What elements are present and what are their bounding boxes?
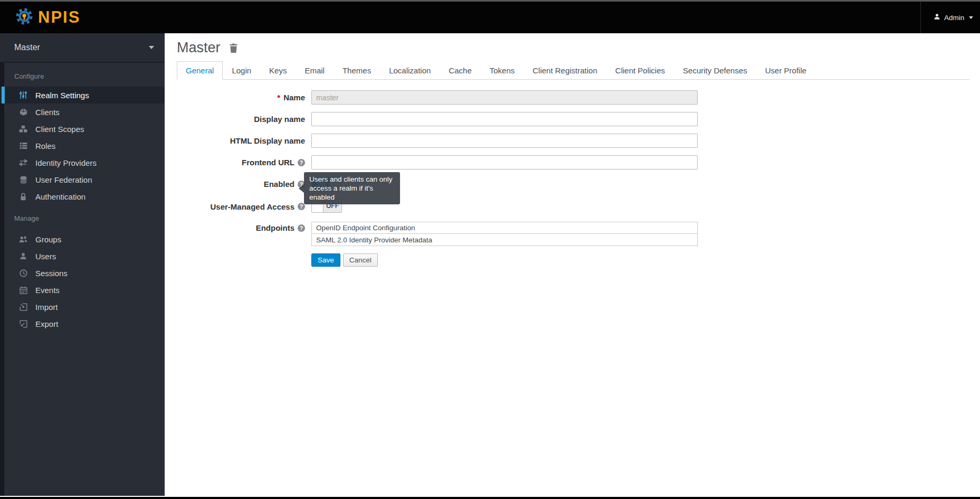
frontend-url-input[interactable] (311, 155, 698, 170)
name-input[interactable] (311, 90, 698, 105)
top-navbar: NPIS Admin (0, 0, 980, 33)
sidebar-nav: ConfigureRealm SettingsClientsClient Sco… (0, 72, 165, 332)
html-display-name-input[interactable] (311, 134, 698, 148)
sidebar-item-sessions[interactable]: Sessions (0, 265, 165, 281)
form-row-enabled: Enabled ? ON Users and clients can only … (177, 177, 969, 191)
lock-icon (19, 192, 27, 201)
tab-cache[interactable]: Cache (440, 61, 480, 80)
sidebar-item-label: User Federation (35, 175, 92, 184)
html-display-name-label: HTML Display name (177, 136, 305, 145)
user-menu[interactable]: Admin (920, 2, 980, 33)
name-label: * Name (177, 93, 305, 102)
display-name-input[interactable] (311, 112, 698, 126)
sidebar-item-label: Export (35, 319, 58, 328)
tab-client-policies[interactable]: Client Policies (606, 61, 674, 80)
trash-icon[interactable] (229, 43, 238, 53)
cube-icon (19, 108, 27, 116)
brand-logo[interactable]: NPIS (16, 8, 80, 27)
sidebar-item-import[interactable]: Import (0, 298, 165, 315)
sidebar-item-authentication[interactable]: Authentication (0, 188, 165, 205)
chevron-down-icon (149, 46, 154, 49)
sliders-icon (19, 91, 27, 99)
tab-localization[interactable]: Localization (380, 61, 440, 80)
display-name-label: Display name (177, 115, 305, 124)
cancel-button[interactable]: Cancel (343, 253, 378, 267)
tab-keys[interactable]: Keys (260, 61, 296, 80)
nav-section-label-manage: Manage (14, 214, 165, 222)
saml-metadata-link[interactable]: SAML 2.0 Identity Provider Metadata (311, 234, 698, 246)
export-icon (19, 319, 27, 328)
sidebar-item-events[interactable]: Events (0, 281, 165, 298)
sidebar-item-label: Clients (35, 108, 60, 117)
toggle-knob (330, 177, 341, 191)
form-row-user-managed-access: User-Managed Access ? OFF (177, 199, 969, 214)
frontend-url-label: Frontend URL ? (177, 158, 305, 167)
clock-icon (19, 269, 27, 277)
exchange-icon (19, 158, 27, 167)
enabled-toggle[interactable]: ON (311, 177, 342, 191)
user-icon (934, 13, 940, 22)
toggle-knob (312, 199, 324, 212)
sidebar-item-export[interactable]: Export (0, 315, 165, 332)
sidebar-item-client-scopes[interactable]: Client Scopes (0, 120, 165, 137)
tab-tokens[interactable]: Tokens (481, 61, 524, 80)
sidebar-item-label: Client Scopes (35, 125, 84, 134)
user-managed-access-toggle[interactable]: OFF (311, 199, 342, 213)
tab-security-defenses[interactable]: Security Defenses (674, 61, 756, 80)
user-managed-access-label: User-Managed Access ? (177, 202, 305, 211)
sidebar-item-label: Events (35, 286, 60, 295)
tab-themes[interactable]: Themes (334, 61, 380, 80)
sidebar-item-label: Roles (35, 142, 55, 150)
cubes-icon (19, 125, 27, 133)
form-buttons: Save Cancel (311, 253, 969, 267)
tab-login[interactable]: Login (223, 61, 260, 80)
user-icon (19, 252, 27, 260)
gear-logo-icon (16, 8, 33, 27)
tab-client-registration[interactable]: Client Registration (524, 61, 606, 80)
database-icon (19, 175, 27, 184)
realm-selector[interactable]: Master (0, 33, 165, 63)
sidebar-item-label: Realm Settings (35, 91, 89, 100)
enabled-label: Enabled ? (177, 180, 305, 189)
help-icon[interactable]: ? (298, 224, 305, 232)
brand-text: NPIS (38, 8, 80, 27)
realm-selector-value: Master (14, 43, 40, 52)
sidebar-item-label: Users (35, 252, 56, 261)
tab-email[interactable]: Email (296, 61, 334, 80)
openid-endpoint-link[interactable]: OpenID Endpoint Configuration (311, 222, 698, 234)
list-icon (19, 142, 27, 150)
endpoints-label: Endpoints ? (177, 222, 305, 234)
sidebar-item-user-federation[interactable]: User Federation (0, 171, 165, 188)
form-row-endpoints: Endpoints ? OpenID Endpoint Configuratio… (177, 222, 969, 246)
sidebar-item-clients[interactable]: Clients (0, 103, 165, 120)
page-title-text: Master (177, 40, 221, 56)
calendar-icon (19, 286, 27, 294)
help-icon[interactable]: ? (298, 203, 305, 210)
sidebar-item-groups[interactable]: Groups (0, 231, 165, 248)
form-row-name: * Name (177, 90, 969, 105)
toggle-on-label: ON (312, 177, 330, 191)
page-title: Master (177, 40, 969, 56)
save-button[interactable]: Save (311, 253, 340, 267)
import-icon (19, 303, 27, 311)
sidebar-item-roles[interactable]: Roles (0, 137, 165, 154)
tab-user-profile[interactable]: User Profile (756, 61, 815, 80)
sidebar-item-users[interactable]: Users (0, 248, 165, 265)
sidebar-item-label: Groups (35, 235, 61, 244)
help-icon[interactable]: ? (298, 159, 305, 166)
chevron-down-icon (969, 16, 973, 19)
form-row-frontend-url: Frontend URL ? (177, 155, 969, 170)
realm-settings-form: * Name Display name HTML Display name (177, 90, 969, 267)
help-icon[interactable]: ? (298, 181, 305, 188)
sidebar-item-label: Authentication (35, 192, 85, 201)
tab-general[interactable]: General (177, 61, 223, 80)
sidebar-item-realm-settings[interactable]: Realm Settings (0, 87, 165, 103)
sidebar-item-identity-providers[interactable]: Identity Providers (0, 154, 165, 171)
form-row-display-name: Display name (177, 112, 969, 126)
tab-bar: GeneralLoginKeysEmailThemesLocalizationC… (177, 61, 969, 80)
sidebar-item-label: Identity Providers (35, 158, 97, 167)
toggle-off-label: OFF (324, 199, 341, 212)
required-asterisk: * (277, 93, 280, 102)
group-icon (19, 235, 27, 243)
form-row-html-display-name: HTML Display name (177, 134, 969, 148)
